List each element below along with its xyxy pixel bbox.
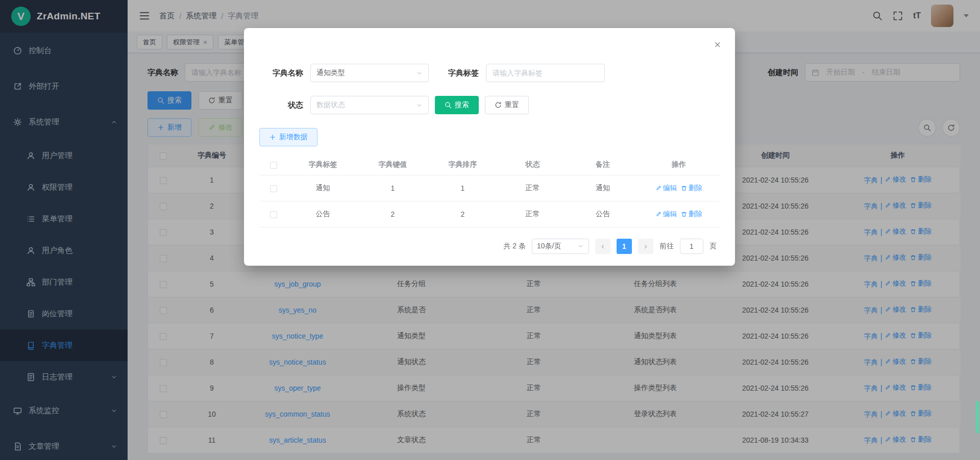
col-dict-sort: 字典排序 bbox=[428, 155, 498, 175]
col-status: 状态 bbox=[498, 155, 568, 175]
pagination: 共 2 条 10条/页 ‹ 1 › 前往 页 bbox=[259, 239, 720, 254]
dict-label-input[interactable] bbox=[486, 64, 605, 82]
edit-link[interactable]: 编辑 bbox=[655, 184, 677, 193]
chevron-down-icon bbox=[577, 243, 584, 249]
dict-data-table: 字典标签 字典键值 字典排序 状态 备注 操作 通知 1 1 正常 通知 编辑 … bbox=[259, 155, 720, 227]
next-page-button[interactable]: › bbox=[638, 239, 653, 254]
page-size-select[interactable]: 10条/页 bbox=[532, 239, 589, 254]
col-remark: 备注 bbox=[568, 155, 638, 175]
pen-icon bbox=[655, 211, 662, 217]
modal-reset-button[interactable]: 重置 bbox=[485, 96, 529, 114]
col-dict-label: 字典标签 bbox=[288, 155, 358, 175]
edit-link[interactable]: 编辑 bbox=[655, 210, 677, 219]
dict-name-label: 字典名称 bbox=[259, 68, 303, 78]
modal-filter-row-2: 状态 数据状态 搜索 重置 bbox=[259, 96, 720, 114]
dict-data-dialog: × 字典名称 通知类型 字典标签 状态 数据状态 搜索 重置 bbox=[244, 28, 735, 266]
status-label: 状态 bbox=[259, 100, 303, 110]
modal-table-header-row: 字典标签 字典键值 字典排序 状态 备注 操作 bbox=[259, 155, 720, 175]
modal-search-button[interactable]: 搜索 bbox=[435, 96, 479, 114]
plus-icon bbox=[269, 134, 276, 141]
select-all-checkbox[interactable] bbox=[270, 162, 277, 169]
current-page-button[interactable]: 1 bbox=[617, 239, 632, 254]
prev-page-button[interactable]: ‹ bbox=[595, 239, 610, 254]
add-data-button[interactable]: 新增数据 bbox=[259, 128, 317, 146]
trash-icon bbox=[681, 185, 687, 191]
modal-table-row: 公告 2 2 正常 公告 编辑 删除 bbox=[259, 201, 720, 227]
dict-label-label: 字典标签 bbox=[442, 68, 479, 78]
trash-icon bbox=[681, 211, 687, 217]
modal-table-row: 通知 1 1 正常 通知 编辑 删除 bbox=[259, 175, 720, 201]
goto-label: 前往 bbox=[659, 242, 674, 251]
close-icon[interactable]: × bbox=[714, 39, 721, 50]
chevron-down-icon bbox=[416, 102, 423, 109]
chevron-down-icon bbox=[416, 70, 423, 76]
modal-filter-row-1: 字典名称 通知类型 字典标签 bbox=[259, 28, 720, 82]
page-unit-label: 页 bbox=[709, 242, 717, 251]
search-icon bbox=[445, 101, 452, 109]
pen-icon bbox=[655, 185, 662, 191]
delete-link[interactable]: 删除 bbox=[681, 184, 702, 193]
col-actions: 操作 bbox=[638, 155, 720, 175]
dict-name-select[interactable]: 通知类型 bbox=[310, 64, 429, 82]
scrollbar-thumb[interactable] bbox=[976, 401, 979, 433]
refresh-icon bbox=[495, 101, 502, 109]
pagination-total: 共 2 条 bbox=[503, 242, 526, 251]
row-checkbox[interactable] bbox=[270, 211, 277, 218]
goto-page-input[interactable] bbox=[680, 239, 703, 254]
col-dict-value: 字典键值 bbox=[358, 155, 428, 175]
row-checkbox[interactable] bbox=[270, 185, 277, 192]
delete-link[interactable]: 删除 bbox=[681, 210, 702, 219]
status-select[interactable]: 数据状态 bbox=[310, 96, 429, 114]
